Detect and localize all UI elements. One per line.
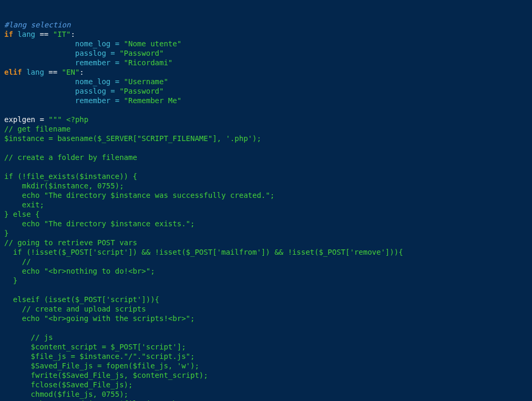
code-token: == [39, 30, 48, 38]
code-token: $Saved_File_js = fopen($file_js, 'w'); [4, 362, 199, 370]
code-token: } [4, 229, 8, 237]
code-token: elseif (isset($_POST['script'])){ [4, 295, 159, 304]
code-token: = [39, 115, 44, 124]
code-token: "EN" [62, 68, 80, 76]
code-token: // create and upload scripts [4, 305, 146, 313]
code-token: // [4, 257, 31, 266]
code-token: remember = [4, 58, 124, 67]
code-token: == [48, 68, 57, 76]
code-token: passlog = [4, 87, 119, 95]
code-token: // js [4, 333, 53, 342]
code-token: lang [13, 30, 40, 38]
code-token: remember = [4, 96, 124, 105]
code-token: "Password" [119, 87, 163, 95]
code-token: "IT" [53, 30, 71, 38]
code-token: echo "The directory $instance exists."; [4, 219, 195, 228]
code-token: fclose($Saved_File_js); [4, 380, 132, 389]
code-token: echo "The directory $instance was succes… [4, 191, 274, 199]
code-token: "Ricordami" [124, 58, 173, 67]
code-token: explgen [4, 115, 39, 124]
code-token: passlog = [4, 49, 119, 57]
code-token [48, 30, 53, 38]
code-token: "Remember Me" [124, 96, 182, 105]
code-token: "Password" [119, 49, 163, 57]
code-token: } [4, 276, 17, 285]
code-token [57, 68, 62, 76]
code-token: // going to retrieve POST vars [4, 238, 137, 247]
code-token: $file_js = $instance."/"."script.js"; [4, 352, 195, 360]
code-token: if (!isset($_POST['script']) && !isset($… [4, 248, 403, 256]
code-token: // get filename [4, 125, 70, 133]
code-token: echo "<br>going with the scripts!<br>"; [4, 314, 195, 323]
code-token: fwrite($Saved_File_js, $content_script); [4, 371, 208, 379]
code-token: "Username" [124, 77, 168, 86]
code-token: if [4, 30, 13, 38]
code-token: // create a folder by filename [4, 153, 137, 162]
code-token: echo "<br>nothing to do!<br>"; [4, 267, 155, 275]
code-token: nome_log = [4, 39, 124, 48]
code-token: "Nome utente" [124, 39, 182, 48]
code-token: $content_script = $_POST['script']; [4, 343, 186, 351]
code-token: if (!file_exists($instance)) { [4, 172, 137, 181]
code-token: chmod($file_js, 0755); [4, 390, 128, 398]
code-token: mkdir($instance, 0755); [4, 182, 124, 190]
code-token: """ <?php [48, 115, 88, 124]
code-token: $instance = basename($_SERVER["SCRIPT_FI… [4, 134, 261, 143]
code-token: elif [4, 68, 22, 76]
code-block: #lang selection if lang == "IT": nome_lo… [4, 20, 528, 401]
code-token: #lang selection [4, 21, 70, 29]
code-token: nome_log = [4, 77, 124, 86]
code-token: lang [22, 68, 49, 76]
code-token: exit; [4, 200, 44, 209]
code-token: } else { [4, 210, 39, 218]
code-token: : [79, 68, 84, 76]
code-token: : [70, 30, 75, 38]
